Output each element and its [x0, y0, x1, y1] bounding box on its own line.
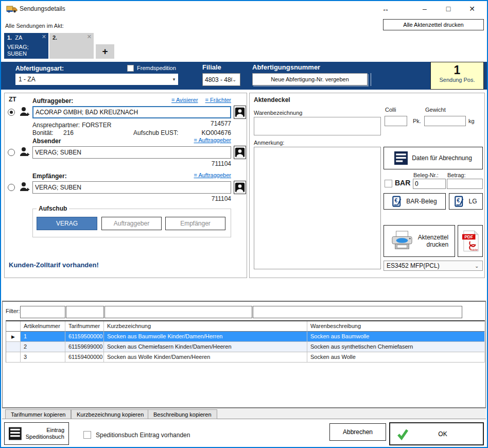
- eintrag-speditionsbuch-button[interactable]: Eintrag Speditionsbuch: [4, 422, 69, 445]
- printer-select[interactable]: ES3452 MFP(PCL) ⌄: [384, 261, 483, 271]
- print-all-aktenzettel-button[interactable]: Alle Aktenzettel drucken: [383, 19, 484, 30]
- empfaenger-radio[interactable]: [8, 184, 15, 191]
- filter-input-warenbeschreibung[interactable]: [253, 306, 462, 318]
- shipments-in-akt-label: Alle Sendungen im Akt:: [5, 23, 64, 29]
- add-person-icon[interactable]: [19, 181, 31, 193]
- fremdspedition-checkbox[interactable]: [127, 65, 134, 72]
- absender-contact-button[interactable]: [234, 146, 246, 159]
- gewicht-input[interactable]: [424, 116, 466, 126]
- auftraggeber-copy-link[interactable]: = Auftraggeber: [194, 137, 231, 143]
- table-row-1[interactable]: ▶ 1 61159500000 Socken aus Baumwolle Kin…: [6, 332, 485, 342]
- column-header-artikelnummer[interactable]: Artikelnummer: [21, 321, 65, 332]
- column-header-warenbeschreibung[interactable]: Warenbeschreibung: [307, 321, 485, 332]
- speditionsbuch-checkbox[interactable]: [83, 431, 91, 439]
- sendung-position-value: 1: [431, 63, 483, 77]
- dispatch-toolbar: Abfertigungsart: 1 - ZA ▾ Fremdspedition…: [1, 62, 487, 90]
- speditionsbuch-checkbox-label: Speditionsbuch Eintrag vorhanden: [96, 432, 190, 439]
- resize-icon[interactable]: ↔: [382, 3, 413, 14]
- filter-input-artikelnummer[interactable]: [20, 306, 65, 318]
- maximize-button[interactable]: □: [437, 3, 460, 14]
- bar-checkbox[interactable]: [385, 180, 392, 187]
- cell-tarifnummer[interactable]: 61159699000: [65, 342, 104, 352]
- cell-artikelnummer[interactable]: 1: [21, 332, 65, 342]
- fraechter-link[interactable]: = Frächter: [205, 97, 231, 103]
- minimize-button[interactable]: –: [413, 3, 437, 14]
- cell-tarifnummer[interactable]: 61159500000: [65, 332, 104, 342]
- table-row-3[interactable]: 3 61159400000 Socken aus Wolle Kinder/Da…: [6, 352, 485, 363]
- cell-warenbeschreibung[interactable]: Socken aus synthetischen Chemiefasern: [307, 342, 485, 352]
- aufschub-auftraggeber-button[interactable]: Auftraggeber: [101, 217, 162, 230]
- copy-kurzbezeichnung-button[interactable]: Kurzbezeichnung kopieren: [71, 409, 149, 419]
- cell-warenbeschreibung[interactable]: Socken aus Baumwolle: [307, 332, 485, 342]
- divider: [371, 73, 371, 86]
- colli-input[interactable]: [385, 116, 407, 126]
- cell-artikelnummer[interactable]: 2: [21, 342, 65, 352]
- aktenzettel-label-line1: Aktenzettel: [418, 234, 448, 241]
- beleg-nr-input[interactable]: [413, 179, 446, 189]
- anmerkung-textarea[interactable]: [254, 147, 381, 269]
- auftraggeber-contact-button[interactable]: [234, 106, 246, 119]
- aktenzettel-label-line2: drucken: [426, 241, 448, 248]
- add-person-icon[interactable]: [19, 106, 31, 118]
- avisierer-link[interactable]: = Avisierer: [171, 97, 198, 103]
- auftraggeber-copy-link[interactable]: = Auftraggeber: [194, 172, 231, 178]
- daten-fuer-abrechnung-button[interactable]: Daten für Abrechnung: [384, 147, 483, 169]
- abfertigungsart-select[interactable]: 1 - ZA ▾: [15, 74, 178, 85]
- add-person-icon[interactable]: [19, 146, 31, 158]
- ok-button[interactable]: OK: [389, 422, 484, 445]
- copy-tarifnummer-button[interactable]: Tarifnummer kopieren: [5, 409, 71, 419]
- table-row-2[interactable]: 2 61159699000 Socken aus Chemiefasern Ki…: [6, 342, 485, 352]
- shipment-tabs: 1.ZA ✕ VERAG; SUBEN 2. ✕ +: [4, 33, 210, 59]
- colli-unit-label: Pk.: [413, 118, 421, 124]
- ledger-lines-icon: [9, 427, 22, 440]
- cell-kurzbezeichnung[interactable]: Socken aus Baumwolle Kinder/Damen/Herren: [104, 332, 307, 342]
- beleg-nr-label: Beleg-Nr.:: [413, 172, 439, 178]
- lg-button[interactable]: € LG: [449, 193, 483, 210]
- filter-input-tarifnummer[interactable]: [66, 306, 104, 318]
- copy-actions-strip: Tarifnummer kopieren Kurzbezeichnung kop…: [2, 408, 486, 419]
- person-icon: [235, 147, 245, 158]
- row-selector-cell[interactable]: [6, 352, 21, 363]
- close-icon[interactable]: ✕: [87, 33, 92, 40]
- tab-shipment-2[interactable]: 2. ✕: [49, 33, 94, 59]
- betrag-input[interactable]: [447, 179, 483, 189]
- check-icon: [396, 428, 409, 440]
- filiale-select[interactable]: 4803 - 480 ⌄: [202, 73, 240, 86]
- aufschub-empfaenger-button[interactable]: Empfänger: [165, 217, 225, 230]
- absender-radio[interactable]: [8, 149, 15, 156]
- abfertigungsart-label: Abfertigungsart:: [15, 65, 64, 72]
- close-button[interactable]: ✕: [460, 3, 484, 14]
- empfaenger-input[interactable]: [32, 181, 231, 194]
- add-shipment-tab-button[interactable]: +: [96, 44, 114, 59]
- tab-shipment-1[interactable]: 1.ZA ✕ VERAG; SUBEN: [4, 33, 48, 59]
- auftraggeber-links: = Avisierer = Frächter: [171, 97, 231, 103]
- aufschub-verag-button[interactable]: VERAG: [37, 217, 97, 230]
- lg-button-label: LG: [468, 198, 477, 205]
- cell-warenbeschreibung[interactable]: Socken aus Wolle: [307, 352, 485, 363]
- empfaenger-contact-button[interactable]: [234, 181, 246, 194]
- cell-kurzbezeichnung[interactable]: Socken aus Chemiefasern Kinder/Damen/Hee…: [104, 342, 307, 352]
- cell-artikelnummer[interactable]: 3: [21, 352, 65, 363]
- warenbezeichnung-textarea[interactable]: [254, 117, 381, 135]
- euro-receipt-icon: €: [392, 196, 402, 208]
- row-selector-cell[interactable]: ▶: [6, 332, 21, 342]
- neue-abfertigung-nr-button[interactable]: Neue Abfertigung-Nr. vergeben: [252, 73, 368, 85]
- absender-input[interactable]: [32, 146, 231, 159]
- auftraggeber-radio[interactable]: [8, 109, 15, 116]
- auftraggeber-input[interactable]: [32, 106, 231, 118]
- close-icon[interactable]: ✕: [42, 33, 46, 40]
- row-selector-cell[interactable]: [6, 342, 21, 352]
- copy-beschreibung-button[interactable]: Beschreibung kopieren: [148, 409, 217, 419]
- cancel-button[interactable]: Abbrechen: [329, 423, 386, 441]
- cell-tarifnummer[interactable]: 61159400000: [65, 352, 104, 363]
- aktenzettel-drucken-button[interactable]: Aktenzettel drucken: [384, 225, 455, 257]
- filter-input-kurzbezeichnung[interactable]: [104, 306, 252, 318]
- window-title: Sendungsdetails: [20, 5, 65, 12]
- bar-beleg-button[interactable]: € BAR-Beleg: [384, 193, 446, 210]
- speditionsbuch-label-line1: Eintrag: [46, 427, 64, 433]
- titlebar: Sendungsdetails ↔ – □ ✕: [1, 1, 487, 16]
- column-header-kurzbezeichnung[interactable]: Kurzbezeichnung: [104, 321, 307, 332]
- cell-kurzbezeichnung[interactable]: Socken aus Wolle Kinder/Damen/Heeren: [104, 352, 307, 363]
- pdf-button[interactable]: PDF Adobe: [458, 225, 483, 257]
- column-header-tarifnummer[interactable]: Tarifnummer: [65, 321, 104, 332]
